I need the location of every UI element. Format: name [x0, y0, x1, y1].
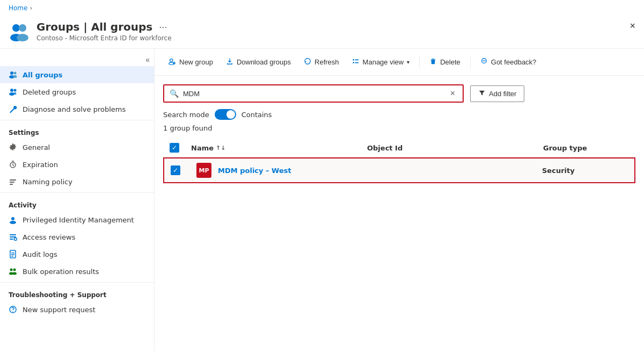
sidebar-item-pim[interactable]: Privileged Identity Management	[0, 211, 154, 228]
bulk-icon	[9, 267, 17, 276]
svg-point-3	[17, 34, 28, 41]
col-name-label: Name	[191, 144, 214, 152]
sort-icon: ↑↓	[216, 145, 225, 152]
sidebar-divider-2	[0, 192, 154, 193]
naming-icon	[9, 177, 17, 186]
content-area: New group Download groups Refresh Manage…	[155, 49, 644, 351]
download-groups-button[interactable]: Download groups	[221, 54, 296, 70]
svg-point-0	[12, 24, 20, 32]
toggle-switch[interactable]	[215, 109, 236, 120]
sidebar-item-audit-logs[interactable]: Audit logs	[0, 246, 154, 263]
close-button[interactable]: ×	[630, 20, 635, 32]
toolbar: New group Download groups Refresh Manage…	[155, 49, 644, 76]
svg-point-23	[14, 238, 17, 241]
col-header-objectid[interactable]: Object Id	[367, 144, 543, 152]
got-feedback-label: Got feedback?	[491, 58, 537, 66]
manage-view-icon	[352, 57, 360, 67]
ellipsis-button[interactable]: ···	[157, 21, 169, 33]
toolbar-separator-1	[419, 56, 420, 69]
row-name-col: MP MDM policy – West	[192, 163, 367, 178]
sidebar-item-general[interactable]: General	[0, 139, 154, 156]
sidebar-item-new-support[interactable]: New support request	[0, 301, 154, 318]
search-box: 🔍 ×	[163, 84, 464, 103]
svg-rect-27	[11, 256, 13, 257]
got-feedback-button[interactable]: Got feedback?	[475, 54, 542, 70]
search-clear-button[interactable]: ×	[448, 89, 457, 98]
sidebar: « All groups Deleted groups Diagnose and…	[0, 49, 155, 351]
people-icon	[9, 70, 17, 79]
svg-rect-25	[11, 253, 14, 254]
breadcrumb: Home ›	[0, 0, 644, 16]
manage-view-label: Manage view	[363, 58, 404, 66]
refresh-icon	[304, 57, 311, 67]
svg-rect-16	[10, 182, 14, 183]
download-icon	[226, 57, 233, 67]
svg-point-38	[353, 59, 354, 61]
wrench-icon	[9, 105, 17, 113]
sidebar-section-settings: Settings	[0, 123, 154, 139]
trash-icon	[429, 57, 437, 67]
new-group-icon	[169, 57, 176, 67]
header-checkbox[interactable]: ✓	[170, 143, 179, 153]
row-check-col: ✓	[171, 165, 192, 175]
svg-rect-22	[10, 239, 13, 240]
refresh-label: Refresh	[314, 58, 339, 66]
sidebar-label-new-support: New support request	[23, 306, 96, 314]
sidebar-section-troubleshoot: Troubleshooting + Support	[0, 285, 154, 301]
row-checkbox[interactable]: ✓	[171, 165, 180, 175]
svg-point-29	[13, 269, 16, 271]
feedback-icon	[480, 57, 488, 67]
svg-rect-17	[10, 184, 13, 185]
app-title-block: Groups | All groups ··· Contoso - Micros…	[36, 20, 635, 42]
svg-point-10	[14, 89, 17, 92]
content-body: 🔍 × Add filter Search mode Contains	[155, 76, 644, 351]
svg-point-45	[485, 60, 486, 61]
svg-point-18	[11, 217, 14, 220]
table-header: ✓ Name ↑↓ Object Id Group type	[163, 139, 635, 157]
search-input[interactable]	[183, 90, 448, 98]
svg-rect-15	[10, 179, 16, 181]
sidebar-item-bulk-operation[interactable]: Bulk operation results	[0, 263, 154, 280]
sidebar-item-deleted-groups[interactable]: Deleted groups	[0, 83, 154, 100]
breadcrumb-separator: ›	[30, 4, 32, 12]
download-groups-label: Download groups	[237, 58, 291, 66]
people-delete-icon	[9, 88, 17, 96]
audit-icon	[9, 250, 17, 258]
svg-point-33	[12, 311, 13, 312]
search-row: 🔍 × Add filter	[163, 84, 635, 103]
filter-icon	[478, 89, 486, 98]
collapse-sidebar-button[interactable]: «	[145, 55, 150, 64]
delete-label: Delete	[440, 58, 460, 66]
sidebar-section-activity: Activity	[0, 195, 154, 211]
sidebar-item-naming-policy[interactable]: Naming policy	[0, 173, 154, 190]
main-layout: « All groups Deleted groups Diagnose and…	[0, 49, 644, 351]
table-row[interactable]: ✓ MP MDM policy – West Security	[163, 157, 635, 183]
svg-point-43	[482, 60, 484, 61]
svg-rect-40	[355, 60, 358, 61]
new-group-button[interactable]: New group	[163, 54, 218, 70]
manage-view-button[interactable]: Manage view ▾	[347, 54, 415, 70]
app-header: Groups | All groups ··· Contoso - Micros…	[0, 16, 644, 49]
refresh-button[interactable]: Refresh	[298, 54, 345, 70]
group-name-link[interactable]: MDM policy – West	[218, 167, 291, 175]
sidebar-item-access-reviews[interactable]: Access reviews	[0, 228, 154, 246]
sidebar-item-all-groups[interactable]: All groups	[0, 66, 154, 83]
svg-point-4	[10, 71, 13, 75]
app-icon	[9, 20, 30, 42]
col-header-grouptype[interactable]: Group type	[543, 144, 629, 152]
sidebar-label-diagnose: Diagnose and solve problems	[23, 105, 126, 113]
row-check-mark: ✓	[173, 167, 178, 174]
sidebar-label-deleted-groups: Deleted groups	[23, 88, 76, 96]
svg-rect-20	[10, 234, 16, 235]
expiration-icon	[9, 160, 17, 169]
svg-point-8	[10, 89, 13, 92]
sidebar-label-bulk: Bulk operation results	[23, 268, 99, 276]
app-subtitle: Contoso - Microsoft Entra ID for workfor…	[36, 34, 635, 42]
delete-button[interactable]: Delete	[424, 54, 466, 70]
breadcrumb-home[interactable]: Home	[9, 4, 27, 12]
col-header-name[interactable]: Name ↑↓	[191, 144, 367, 152]
svg-point-34	[170, 59, 173, 62]
add-filter-button[interactable]: Add filter	[470, 85, 524, 102]
sidebar-item-expiration[interactable]: Expiration	[0, 156, 154, 173]
sidebar-item-diagnose[interactable]: Diagnose and solve problems	[0, 100, 154, 118]
